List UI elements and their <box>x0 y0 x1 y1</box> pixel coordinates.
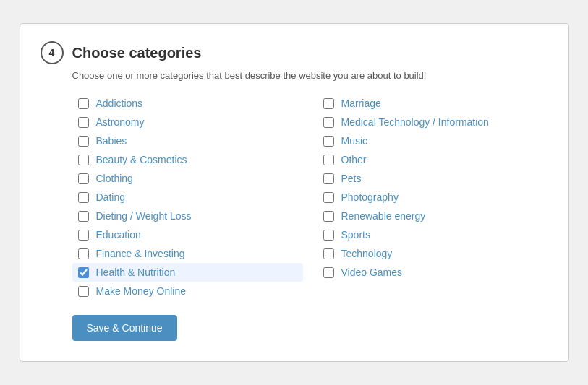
label-cat-medtech[interactable]: Medical Technology / Information <box>341 116 489 128</box>
category-item-cat-clothing[interactable]: Clothing <box>72 169 303 188</box>
categories-left-column: AddictionsAstronomyBabiesBeauty & Cosmet… <box>72 94 303 300</box>
category-item-cat-technology[interactable]: Technology <box>318 244 548 263</box>
checkbox-cat-other[interactable] <box>323 155 334 165</box>
category-item-cat-babies[interactable]: Babies <box>72 131 303 150</box>
checkbox-cat-clothing[interactable] <box>78 173 89 184</box>
checkbox-cat-videogames[interactable] <box>323 267 334 278</box>
label-cat-babies[interactable]: Babies <box>96 135 127 147</box>
category-item-cat-dating[interactable]: Dating <box>72 188 303 207</box>
checkbox-cat-medtech[interactable] <box>323 117 334 128</box>
label-cat-dieting[interactable]: Dieting / Weight Loss <box>96 210 192 222</box>
card-title: Choose categories <box>72 45 202 61</box>
category-item-cat-renewable[interactable]: Renewable energy <box>318 207 548 225</box>
checkbox-cat-beauty[interactable] <box>78 155 89 165</box>
checkbox-cat-health[interactable] <box>78 267 89 278</box>
checkbox-cat-photography[interactable] <box>323 192 334 203</box>
category-item-cat-education[interactable]: Education <box>72 225 303 244</box>
label-cat-addictions[interactable]: Addictions <box>96 98 143 109</box>
label-cat-photography[interactable]: Photography <box>341 191 399 203</box>
checkbox-cat-sports[interactable] <box>323 230 334 241</box>
label-cat-videogames[interactable]: Video Games <box>341 267 403 278</box>
label-cat-clothing[interactable]: Clothing <box>96 173 133 184</box>
category-item-cat-marriage[interactable]: Marriage <box>318 94 548 113</box>
label-cat-sports[interactable]: Sports <box>341 229 370 241</box>
category-item-cat-sports[interactable]: Sports <box>318 225 548 244</box>
label-cat-beauty[interactable]: Beauty & Cosmetics <box>96 154 187 165</box>
label-cat-health[interactable]: Health & Nutrition <box>96 267 176 278</box>
category-item-cat-medtech[interactable]: Medical Technology / Information <box>318 113 548 131</box>
label-cat-finance[interactable]: Finance & Investing <box>96 248 185 259</box>
checkbox-cat-marriage[interactable] <box>323 98 334 109</box>
label-cat-technology[interactable]: Technology <box>341 248 393 259</box>
save-continue-button[interactable]: Save & Continue <box>72 315 177 341</box>
checkbox-cat-pets[interactable] <box>323 173 334 184</box>
label-cat-dating[interactable]: Dating <box>96 191 125 203</box>
checkbox-cat-dieting[interactable] <box>78 211 89 222</box>
label-cat-other[interactable]: Other <box>341 154 367 165</box>
checkbox-cat-astronomy[interactable] <box>78 117 89 128</box>
category-item-cat-music[interactable]: Music <box>318 131 548 150</box>
category-item-cat-addictions[interactable]: Addictions <box>72 94 303 113</box>
category-item-cat-astronomy[interactable]: Astronomy <box>72 113 303 131</box>
label-cat-renewable[interactable]: Renewable energy <box>341 210 426 222</box>
category-item-cat-makemoney[interactable]: Make Money Online <box>72 282 303 300</box>
checkbox-cat-renewable[interactable] <box>323 211 334 222</box>
label-cat-makemoney[interactable]: Make Money Online <box>96 285 187 297</box>
category-item-cat-photography[interactable]: Photography <box>318 188 548 207</box>
checkbox-cat-addictions[interactable] <box>78 98 89 109</box>
label-cat-pets[interactable]: Pets <box>341 173 362 184</box>
checkbox-cat-babies[interactable] <box>78 136 89 147</box>
label-cat-astronomy[interactable]: Astronomy <box>96 116 145 128</box>
category-item-cat-beauty[interactable]: Beauty & Cosmetics <box>72 150 303 169</box>
checkbox-cat-music[interactable] <box>323 136 334 147</box>
label-cat-music[interactable]: Music <box>341 135 368 147</box>
label-cat-education[interactable]: Education <box>96 229 141 241</box>
category-item-cat-pets[interactable]: Pets <box>318 169 548 188</box>
step-number: 4 <box>41 41 64 64</box>
card-header: 4 Choose categories <box>41 41 548 64</box>
category-item-cat-finance[interactable]: Finance & Investing <box>72 244 303 263</box>
category-item-cat-other[interactable]: Other <box>318 150 548 169</box>
categories-grid: AddictionsAstronomyBabiesBeauty & Cosmet… <box>72 94 548 300</box>
checkbox-cat-education[interactable] <box>78 230 89 241</box>
categories-right-column: MarriageMedical Technology / Information… <box>318 94 548 300</box>
checkbox-cat-dating[interactable] <box>78 192 89 203</box>
category-item-cat-health[interactable]: Health & Nutrition <box>72 263 303 282</box>
category-item-cat-videogames[interactable]: Video Games <box>318 263 548 282</box>
label-cat-marriage[interactable]: Marriage <box>341 98 381 109</box>
checkbox-cat-technology[interactable] <box>323 248 334 259</box>
card-subtitle: Choose one or more categories that best … <box>72 70 548 81</box>
checkbox-cat-makemoney[interactable] <box>78 286 89 297</box>
choose-categories-card: 4 Choose categories Choose one or more c… <box>20 23 569 362</box>
checkbox-cat-finance[interactable] <box>78 248 89 259</box>
category-item-cat-dieting[interactable]: Dieting / Weight Loss <box>72 207 303 225</box>
